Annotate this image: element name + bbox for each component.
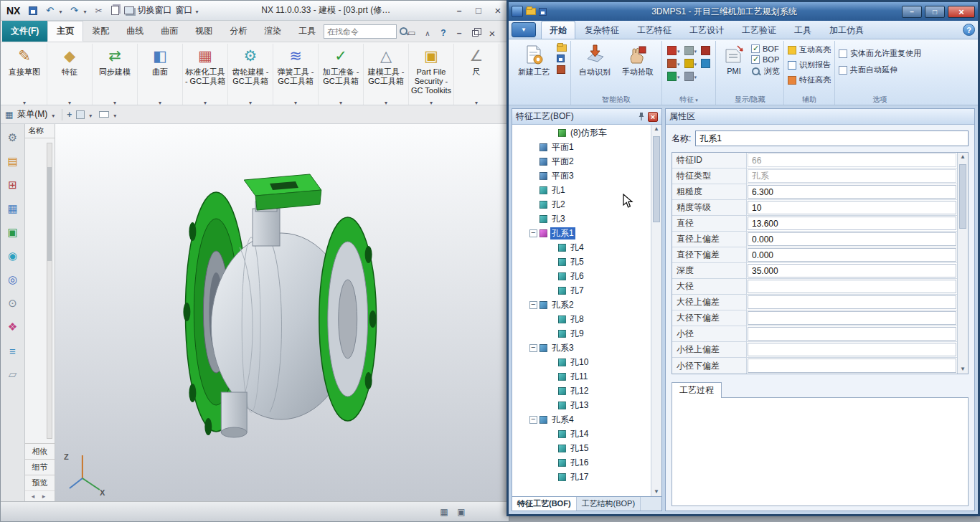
tree-item[interactable]: 孔12 [512, 384, 651, 398]
mps-ribbon-tab[interactable]: 工具 [786, 21, 820, 39]
tree-item[interactable]: 孔9 [512, 326, 651, 341]
selection-point-icon[interactable] [67, 110, 72, 120]
web-browser-icon[interactable]: ◎ [5, 272, 21, 288]
navigator-section[interactable]: 细节 [25, 459, 55, 475]
dropdown-arrow-icon[interactable] [294, 97, 297, 104]
tree-expander-icon[interactable] [529, 416, 537, 424]
feature-plane-tool[interactable] [684, 58, 697, 68]
dropdown-arrow-icon[interactable] [249, 97, 252, 104]
hd3d-tools-icon[interactable]: ◉ [5, 248, 21, 264]
ribbon-button[interactable]: 弹簧工具 - GC工具箱 [273, 44, 319, 105]
document-restore-button[interactable] [468, 26, 482, 40]
checkbox-icon[interactable] [839, 66, 847, 75]
property-value[interactable] [748, 359, 956, 373]
tree-item[interactable]: 孔3 [512, 212, 651, 226]
dropdown-arrow-icon[interactable] [113, 97, 116, 104]
redo-icon[interactable] [67, 4, 81, 18]
redo-dropdown-icon[interactable] [83, 6, 89, 16]
feature-slab-tool[interactable] [701, 58, 710, 68]
property-value[interactable]: 10 [748, 201, 956, 214]
roles-icon[interactable]: ≡ [5, 343, 21, 359]
pager-arrows-icon[interactable] [32, 493, 49, 500]
assist-button[interactable]: 互动高亮 [788, 44, 831, 55]
nx-ribbon-tab[interactable]: 主页 [47, 21, 83, 42]
nx-ribbon-tab[interactable]: 装配 [83, 21, 118, 42]
property-value[interactable]: 66 [748, 153, 956, 167]
assist-button[interactable]: 特征高亮 [788, 75, 831, 85]
toggle-checkbox-row[interactable]: BOF [751, 44, 780, 53]
mps-help-button[interactable]: ? [963, 24, 975, 36]
tree-item[interactable]: 孔7 [512, 283, 651, 298]
manual-pick-button[interactable]: 手动拾取 [618, 42, 658, 79]
nx-ribbon-tab[interactable]: 视图 [187, 21, 221, 42]
reuse-library-icon[interactable]: ▣ [5, 224, 21, 240]
tree-expander-icon[interactable] [529, 229, 537, 237]
ribbon-button[interactable]: 加工准备 - GC工具箱 [319, 44, 364, 105]
dropdown-arrow-icon[interactable] [23, 97, 26, 104]
selection-filter-dropdown-icon[interactable] [89, 110, 95, 120]
tree-scrollbar[interactable] [651, 125, 661, 496]
tree-item[interactable]: 孔14 [512, 427, 651, 441]
panel-toggle-icon[interactable] [405, 26, 419, 40]
switch-window-button[interactable]: 切换窗口 [136, 4, 172, 16]
tree-expander-icon[interactable] [529, 301, 537, 309]
nx-maximize-button[interactable] [470, 4, 487, 18]
save-icon[interactable] [539, 8, 547, 16]
cut-icon[interactable] [91, 4, 105, 18]
ribbon-button[interactable]: 齿轮建模 - GC工具箱 [228, 44, 273, 105]
mps-ribbon-tab[interactable]: 加工仿真 [821, 21, 872, 39]
assembly-navigator-icon[interactable]: ▤ [5, 153, 21, 169]
ribbon-button[interactable]: 直接草图 [2, 44, 47, 105]
toggle-checkbox-row[interactable]: BOP [751, 55, 780, 64]
checkbox-icon[interactable] [751, 44, 760, 53]
application-menu-button[interactable] [512, 22, 536, 37]
window-menu-button[interactable]: 窗口 [174, 4, 193, 16]
undo-icon[interactable] [42, 4, 57, 18]
dropdown-arrow-icon[interactable] [159, 97, 161, 104]
minimize-ribbon-icon[interactable] [420, 26, 435, 40]
property-value[interactable] [748, 327, 956, 341]
dropdown-arrow-icon[interactable] [475, 97, 478, 104]
save-process-icon[interactable] [557, 54, 565, 62]
ribbon-button[interactable]: 建模工具 - GC工具箱 [364, 44, 409, 105]
tree-item[interactable]: 孔系3 [512, 341, 651, 355]
property-value[interactable] [748, 311, 956, 325]
tree-item[interactable]: 孔系4 [512, 412, 651, 427]
dropdown-arrow-icon[interactable] [385, 97, 387, 104]
menu-grid-icon[interactable] [5, 110, 13, 120]
bof-panel-close-button[interactable] [648, 112, 658, 122]
nx-ribbon-tab[interactable]: 曲面 [152, 21, 187, 42]
mps-ribbon-tab[interactable]: 复杂特征 [576, 21, 628, 39]
process-studio-icon[interactable]: ❖ [5, 319, 21, 335]
document-close-button[interactable] [484, 26, 501, 40]
mps-ribbon-tab[interactable]: 工艺设计 [681, 21, 732, 39]
nx-ribbon-tab[interactable]: 文件(F) [2, 21, 47, 42]
system-scenes-icon[interactable]: ▱ [5, 366, 21, 382]
process-content-area[interactable] [672, 397, 969, 506]
status-window-icon[interactable] [456, 506, 467, 518]
tree-item[interactable]: 孔8 [512, 312, 651, 326]
feature-image-tool[interactable] [684, 45, 697, 55]
tree-item[interactable]: 孔4 [512, 240, 651, 255]
tree-item[interactable]: 孔5 [512, 255, 651, 269]
property-value[interactable]: 0.000 [748, 232, 956, 246]
property-value[interactable] [748, 280, 956, 293]
auto-recognize-button[interactable]: 自动识别 [575, 42, 615, 79]
bof-panel-tab[interactable]: 特征工艺(BOF) [512, 497, 577, 511]
navigator-section[interactable]: 相依 [25, 443, 55, 459]
mps-minimize-button[interactable] [902, 6, 922, 18]
switch-window-icon[interactable] [124, 6, 134, 14]
3d-model[interactable] [55, 124, 509, 501]
selection-filter-icon[interactable] [76, 110, 85, 119]
tree-item[interactable]: 孔11 [512, 369, 651, 384]
mps-maximize-button[interactable] [925, 6, 945, 18]
navigator-section[interactable]: 预览 [25, 475, 55, 490]
bof-panel-tab[interactable]: 工艺结构(BOP) [577, 497, 641, 511]
pin-icon[interactable] [638, 112, 645, 121]
property-value[interactable]: 35.000 [748, 264, 956, 277]
constraint-navigator-icon[interactable]: ⊞ [5, 177, 21, 193]
rectangle-select-dropdown-icon[interactable] [113, 110, 119, 120]
document-minimize-button[interactable] [452, 26, 466, 40]
menu-button[interactable]: 菜单(M) [17, 108, 47, 120]
menu-dropdown-icon[interactable] [52, 110, 57, 120]
